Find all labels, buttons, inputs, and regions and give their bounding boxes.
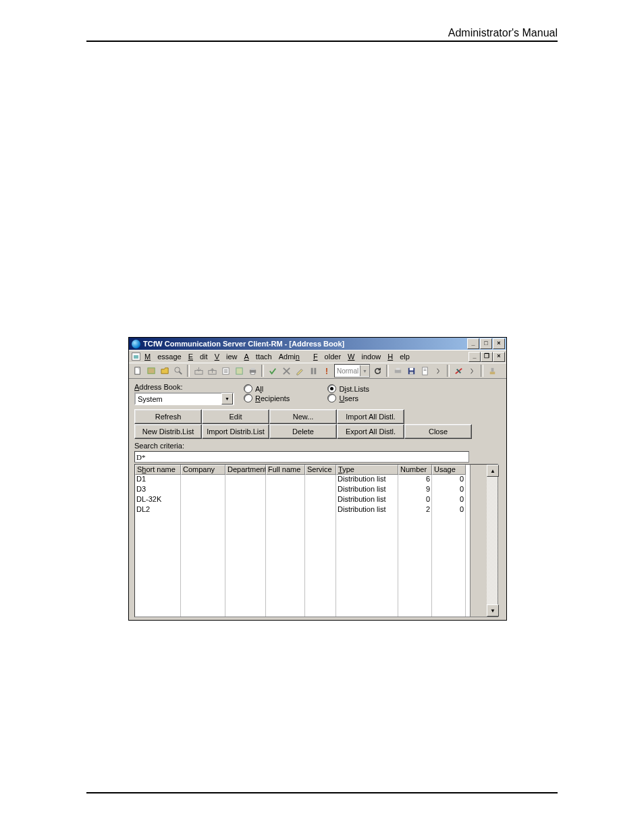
col-service: Service (305, 465, 336, 475)
scrollbar[interactable]: ▲ ▼ (487, 465, 498, 617)
new-button[interactable]: New... (269, 409, 337, 424)
refresh-button[interactable]: Refresh (134, 409, 202, 424)
table-row-empty (135, 586, 470, 596)
window-title: TCfW Communication Server Client-RM - [A… (143, 340, 467, 348)
edit-button[interactable]: Edit (202, 409, 269, 424)
tool-search-icon[interactable] (172, 365, 184, 377)
scroll-up-button[interactable]: ▲ (487, 465, 499, 477)
menu-message[interactable]: Message (144, 353, 182, 361)
col-shortname: Short name (135, 465, 181, 475)
app-icon (132, 340, 140, 348)
page-footer-rule (86, 792, 558, 793)
tool-save-icon[interactable] (405, 365, 417, 377)
delete-button[interactable]: Delete (269, 424, 337, 439)
menu-edit[interactable]: Edit (188, 353, 208, 361)
table-row[interactable]: D3Distribution list90 (135, 485, 470, 495)
table-row-empty (135, 566, 470, 576)
svg-rect-26 (491, 367, 493, 371)
menubar: Message Edit View Attach Admin Folder Wi… (129, 350, 506, 363)
table-row-empty (135, 515, 470, 525)
col-company: Company (181, 465, 225, 475)
import-all-button[interactable]: Import All Distl. (337, 409, 404, 424)
grid-header[interactable]: Short name Company Department Full name … (135, 465, 470, 475)
import-distrib-button[interactable]: Import Distrib.List (202, 424, 269, 439)
toolbar-sep (447, 365, 450, 377)
app-window: TCfW Communication Server Client-RM - [A… (128, 337, 507, 621)
radio-recipients[interactable]: Recipients (244, 394, 290, 402)
toolbar-sep (187, 365, 190, 377)
tool-more1-icon[interactable] (432, 365, 444, 377)
table-row-empty (135, 525, 470, 536)
table-row-empty (135, 576, 470, 586)
col-usage: Usage (432, 465, 466, 475)
table-row-empty (135, 606, 470, 617)
export-all-button[interactable]: Export All Distl. (337, 424, 404, 439)
close-panel-button[interactable]: Close (404, 424, 472, 439)
svg-rect-25 (489, 371, 495, 374)
radio-distlists[interactable]: Dist.Lists (327, 384, 369, 393)
document-page: Administrator's Manual TCfW Communicatio… (0, 0, 644, 834)
tool-printer-icon[interactable] (392, 365, 404, 377)
svg-rect-12 (250, 367, 254, 369)
svg-rect-14 (311, 367, 313, 373)
table-row-empty (135, 556, 470, 566)
svg-rect-13 (250, 372, 254, 374)
col-department: Department (225, 465, 266, 475)
mdi-icon[interactable] (132, 353, 140, 361)
tool-props-icon[interactable] (419, 365, 431, 377)
col-number: Number (398, 465, 432, 475)
tool-addressbook-icon[interactable] (145, 365, 157, 377)
menu-view[interactable]: View (215, 353, 238, 361)
table-row-empty (135, 596, 470, 606)
scroll-track[interactable] (487, 477, 498, 604)
menu-folder[interactable]: Folder (313, 353, 341, 361)
new-distrib-button[interactable]: New Distrib.List (134, 424, 202, 439)
tool-more2-icon[interactable] (466, 365, 478, 377)
table-row[interactable]: DL-32KDistribution list00 (135, 495, 470, 505)
minimize-button[interactable]: _ (467, 338, 479, 349)
tool-cancel-icon[interactable] (280, 365, 292, 377)
tool-contacts-icon[interactable] (233, 365, 245, 377)
mdi-close-button[interactable]: × (493, 352, 505, 362)
table-row[interactable]: D1Distribution list60 (135, 475, 470, 485)
search-label: Search criteria: (134, 442, 501, 450)
tool-disconnect-icon[interactable] (452, 365, 464, 377)
grid-gutter: ▲ ▼ (471, 464, 498, 617)
mdi-minimize-button[interactable]: _ (468, 352, 481, 362)
table-row-empty (135, 536, 470, 546)
svg-rect-10 (236, 367, 242, 373)
radio-users[interactable]: Users (327, 394, 369, 402)
maximize-button[interactable]: □ (480, 338, 492, 349)
tool-check-icon[interactable] (267, 365, 279, 377)
toolbar-sep (261, 365, 264, 377)
toolbar-sep (481, 365, 483, 377)
tool-priority-icon[interactable]: ! (321, 365, 333, 377)
tool-open-icon[interactable] (159, 365, 171, 377)
tool-list-icon[interactable] (219, 365, 232, 377)
addressbook-combo[interactable]: System▼ (134, 392, 234, 405)
button-grid: Refresh Edit New... Import All Distl. Ne… (134, 409, 501, 439)
radio-all[interactable]: All (244, 384, 290, 393)
menu-window[interactable]: Window (348, 353, 381, 361)
tool-stamp-icon[interactable] (486, 365, 498, 377)
tool-refresh-icon[interactable] (371, 365, 383, 377)
tool-in-icon[interactable] (192, 365, 205, 377)
menu-attach[interactable]: Attach (244, 353, 271, 361)
tool-edit-icon[interactable] (294, 365, 306, 377)
search-input[interactable] (134, 451, 469, 463)
menu-admin[interactable]: Admin (279, 353, 306, 361)
svg-rect-15 (314, 367, 316, 373)
tool-out-icon[interactable] (206, 365, 218, 377)
scroll-down-button[interactable]: ▼ (487, 604, 499, 617)
toolbar-sep (386, 365, 389, 377)
tool-pause-icon[interactable] (307, 365, 319, 377)
table-row[interactable]: DL2Distribution list20 (135, 505, 470, 515)
close-button[interactable]: × (493, 338, 505, 349)
results-grid[interactable]: Short name Company Department Full name … (134, 464, 471, 617)
tool-new-icon[interactable] (132, 365, 144, 377)
menu-help[interactable]: Help (387, 353, 410, 361)
tool-print-icon[interactable] (246, 365, 259, 377)
titlebar[interactable]: TCfW Communication Server Client-RM - [A… (129, 338, 506, 350)
priority-dropdown[interactable]: Normal▼ (334, 364, 370, 377)
mdi-restore-button[interactable]: ❐ (481, 352, 493, 362)
